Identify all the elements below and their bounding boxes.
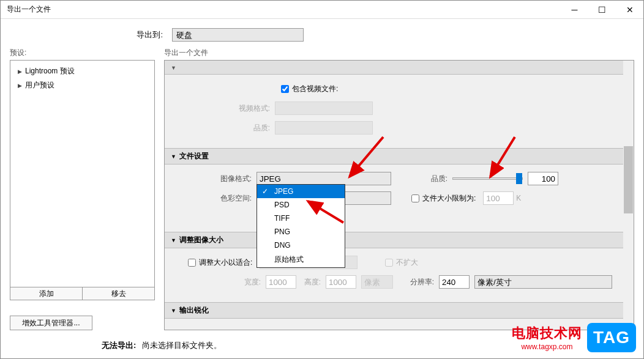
- section-sharpen[interactable]: 输出锐化: [165, 302, 634, 319]
- width-input: [266, 275, 296, 289]
- export-dialog: 导出一个文件 ─ ☐ ✕ 导出到: 硬盘 预设: Lightroom 预设 用户…: [0, 0, 644, 359]
- presets-panel: Lightroom 预设 用户预设: [10, 60, 155, 287]
- dropdown-option-original[interactable]: 原始格式: [257, 252, 345, 267]
- quality-label: 品质:: [428, 174, 452, 184]
- video-format-label: 视频格式:: [177, 103, 275, 114]
- right-header: 导出一个文件: [164, 48, 634, 58]
- include-video-checkbox[interactable]: [281, 85, 289, 93]
- section-file-settings[interactable]: 文件设置: [165, 148, 634, 165]
- include-video-label: 包含视频文件:: [292, 84, 338, 94]
- limit-size-checkbox[interactable]: [411, 194, 419, 202]
- preset-user[interactable]: 用户预设: [13, 78, 152, 92]
- footer-error-text: 尚未选择目标文件夹。: [142, 340, 222, 351]
- resize-body: 调整大小以适合: 不扩大 宽度: 高度: 像素: [165, 248, 634, 302]
- limit-size-input[interactable]: [483, 191, 514, 205]
- dropdown-option-tiff[interactable]: TIFF: [257, 212, 345, 225]
- video-quality-select: [275, 121, 373, 135]
- dropdown-option-psd[interactable]: PSD: [257, 198, 345, 212]
- export-to-row: 导出到: 硬盘: [1, 19, 643, 48]
- minimize-button[interactable]: ─: [561, 1, 588, 18]
- watermark-tag: TAG: [587, 323, 636, 352]
- preset-lightroom[interactable]: Lightroom 预设: [13, 64, 152, 78]
- settings-panel: 包含视频文件: 视频格式: 品质: 文件设置 图像格式:: [164, 60, 634, 330]
- resize-fit-label: 调整大小以适合:: [199, 257, 252, 268]
- file-settings-body: 图像格式: JPEG 品质: 色彩空间:: [165, 165, 634, 218]
- no-enlarge-label: 不扩大: [396, 257, 418, 268]
- section-resize[interactable]: 调整图像大小: [165, 232, 634, 248]
- dropdown-option-png[interactable]: PNG: [257, 225, 345, 239]
- preset-buttons: 添加 移去: [10, 287, 155, 300]
- watermark-url: www.tagxp.com: [521, 342, 572, 351]
- watermark: 电脑技术网 www.tagxp.com TAG: [512, 323, 636, 352]
- main-area: 预设: Lightroom 预设 用户预设 添加 移去 增效工具管理器... 导…: [1, 48, 643, 335]
- resize-fit-checkbox[interactable]: [188, 259, 196, 267]
- image-format-label: 图像格式:: [177, 174, 256, 184]
- limit-size-label: 文件大小限制为:: [422, 193, 476, 204]
- remove-preset-button[interactable]: 移去: [83, 287, 154, 300]
- quality-slider-thumb[interactable]: [516, 173, 522, 184]
- export-to-label: 导出到:: [13, 29, 166, 40]
- resolution-input[interactable]: [439, 275, 470, 289]
- video-section-body: 包含视频文件: 视频格式: 品质:: [165, 75, 634, 148]
- dropdown-option-dng[interactable]: DNG: [257, 239, 345, 252]
- quality-slider[interactable]: [452, 177, 523, 180]
- titlebar: 导出一个文件 ─ ☐ ✕: [1, 1, 643, 19]
- presets-label: 预设:: [10, 48, 155, 58]
- video-format-select: [275, 102, 373, 115]
- scrollbar-thumb[interactable]: [624, 146, 633, 213]
- watermark-cn: 电脑技术网: [512, 324, 582, 342]
- quality-input[interactable]: [528, 172, 558, 185]
- video-quality-label: 品质:: [177, 123, 275, 133]
- left-column: 预设: Lightroom 预设 用户预设 添加 移去 增效工具管理器...: [10, 48, 155, 330]
- export-to-select[interactable]: 硬盘: [172, 28, 304, 42]
- dropdown-option-jpeg[interactable]: JPEG: [257, 185, 345, 198]
- maximize-button[interactable]: ☐: [588, 1, 616, 18]
- image-format-dropdown: JPEG PSD TIFF PNG DNG 原始格式: [256, 184, 345, 268]
- limit-size-unit: K: [516, 194, 521, 202]
- right-column: 导出一个文件 包含视频文件: 视频格式: 品质:: [164, 48, 634, 330]
- resolution-unit-select[interactable]: 像素/英寸: [474, 275, 612, 289]
- resolution-label: 分辨率:: [393, 277, 439, 287]
- height-label: 高度:: [296, 277, 326, 287]
- footer-error-label: 无法导出:: [102, 340, 136, 351]
- vertical-scrollbar[interactable]: [623, 61, 634, 330]
- width-label: 宽度:: [177, 277, 266, 287]
- image-format-select[interactable]: JPEG: [256, 172, 391, 185]
- height-input: [326, 275, 356, 289]
- no-enlarge-checkbox: [385, 259, 393, 267]
- color-space-label: 色彩空间:: [177, 193, 256, 204]
- add-preset-button[interactable]: 添加: [10, 287, 83, 300]
- plugin-manager-button[interactable]: 增效工具管理器...: [10, 316, 92, 330]
- window-title: 导出一个文件: [7, 4, 561, 15]
- section-header-partial[interactable]: [165, 61, 634, 75]
- close-button[interactable]: ✕: [616, 1, 643, 18]
- resize-unit-select: 像素: [361, 275, 393, 289]
